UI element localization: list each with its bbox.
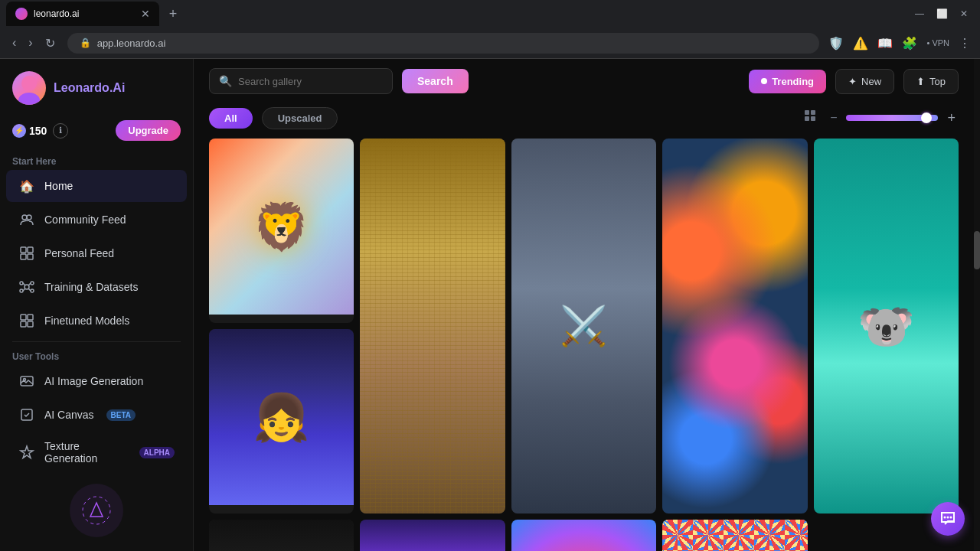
image-card-colorful-girl[interactable]: ⌘ ⋯ bbox=[511, 520, 656, 551]
menu-btn-dark[interactable]: ⋯ bbox=[326, 526, 348, 547]
image-card-pink-girl[interactable]: ⌘ ⊘ ⤢ bbox=[360, 520, 505, 551]
tab-bar: leonardo.ai ✕ + — ⬜ ✕ bbox=[0, 0, 980, 28]
svg-rect-5 bbox=[28, 254, 33, 259]
remix-btn-flowers[interactable]: ⌘ bbox=[756, 145, 777, 166]
edit-btn-pink[interactable]: ⊘ bbox=[453, 526, 475, 547]
zoom-out-btn[interactable]: − bbox=[827, 108, 840, 128]
svg-rect-17 bbox=[21, 321, 26, 327]
svg-rect-24 bbox=[811, 110, 815, 115]
finetuned-icon bbox=[18, 312, 35, 329]
extensions-icon[interactable]: 🧩 bbox=[902, 36, 917, 51]
tab-close-btn[interactable]: ✕ bbox=[141, 8, 150, 20]
back-btn[interactable]: ‹ bbox=[9, 33, 19, 54]
token-count: ⚡ 150 bbox=[12, 124, 47, 138]
svg-point-9 bbox=[20, 289, 23, 292]
sidebar-item-ai-image[interactable]: AI Image Generation bbox=[6, 365, 187, 397]
scrollbar-track[interactable] bbox=[974, 59, 980, 551]
remix-btn-koala[interactable]: ⌘ bbox=[906, 145, 928, 166]
expand-btn[interactable]: ⤢ bbox=[478, 145, 499, 166]
logo-avatar bbox=[12, 71, 46, 105]
token-info-btn[interactable]: ℹ bbox=[53, 123, 68, 139]
card-actions-anime: ⌘ ⊘ ⤢ bbox=[277, 335, 348, 357]
top-button[interactable]: ⬆ Top bbox=[903, 69, 959, 94]
menu-btn-koala[interactable]: ⋯ bbox=[931, 145, 952, 166]
menu-icon[interactable]: ⋮ bbox=[959, 36, 971, 51]
remix-btn-colorful[interactable]: ⌘ bbox=[604, 526, 626, 547]
image-card-dark-warrior[interactable]: ⋯ RRCG人人素材 bbox=[209, 520, 354, 551]
image-card-lion[interactable] bbox=[209, 139, 354, 323]
new-tab-btn[interactable]: + bbox=[162, 3, 184, 24]
new-label: New bbox=[861, 76, 881, 87]
new-icon: ✦ bbox=[848, 76, 857, 87]
card-actions-koala: ⌘ ⋯ bbox=[906, 145, 952, 166]
chat-bubble[interactable] bbox=[931, 502, 965, 536]
tokens-section: ⚡ 150 ℹ Upgrade bbox=[0, 114, 193, 150]
main-content: 🔍 Search Trending ✦ New ⬆ Top All Upscal… bbox=[194, 59, 974, 551]
new-button[interactable]: ✦ New bbox=[835, 69, 894, 94]
sidebar-item-texture[interactable]: Texture Generation ALPHA bbox=[6, 432, 187, 472]
remix-btn[interactable]: ⌘ bbox=[453, 145, 475, 166]
remix-btn-warrior[interactable]: ⌘ bbox=[580, 145, 601, 166]
menu-btn-colorful[interactable]: ⋯ bbox=[629, 526, 650, 547]
svg-rect-4 bbox=[21, 254, 26, 259]
zoom-slider[interactable] bbox=[846, 115, 938, 121]
trending-button[interactable]: Trending bbox=[749, 70, 826, 93]
image-card-flowers[interactable]: ⌘ ⋯ bbox=[662, 139, 807, 514]
svg-point-8 bbox=[31, 282, 34, 285]
refresh-btn[interactable]: ↻ bbox=[42, 33, 58, 54]
search-input[interactable] bbox=[238, 76, 383, 87]
community-feed-label: Community Feed bbox=[44, 214, 126, 226]
remix-btn-anime[interactable]: ⌘ bbox=[277, 335, 299, 357]
image-card-anime-girl[interactable]: ⌘ ⊘ ⤢ bbox=[209, 329, 354, 514]
sidebar-item-community-feed[interactable]: Community Feed bbox=[6, 204, 187, 236]
nav-buttons: ‹ › ↻ bbox=[9, 33, 58, 54]
sidebar-item-training[interactable]: Training & Datasets bbox=[6, 271, 187, 303]
maximize-icon[interactable]: ⬜ bbox=[936, 8, 948, 19]
edit-btn-anime[interactable]: ⊘ bbox=[302, 335, 323, 357]
expand-btn-pink[interactable]: ⤢ bbox=[478, 526, 499, 547]
search-button[interactable]: Search bbox=[402, 69, 469, 93]
image-card-pattern[interactable] bbox=[662, 520, 807, 551]
remix-btn-pink[interactable]: ⌘ bbox=[429, 526, 450, 547]
zoom-in-btn[interactable]: + bbox=[944, 107, 959, 129]
card-actions: ⌘ ⤢ bbox=[453, 145, 499, 166]
edit-btn-warrior[interactable]: ⊘ bbox=[604, 145, 626, 166]
trending-label: Trending bbox=[772, 76, 814, 87]
image-card-koala[interactable]: ⌘ ⋯ bbox=[814, 139, 959, 514]
svg-point-10 bbox=[31, 289, 34, 292]
sidebar-item-finetuned[interactable]: Finetuned Models bbox=[6, 305, 187, 337]
top-label: Top bbox=[929, 76, 946, 87]
training-icon bbox=[18, 279, 35, 295]
close-icon[interactable]: ✕ bbox=[960, 8, 968, 19]
browser-chrome: leonardo.ai ✕ + — ⬜ ✕ ‹ › ↻ 🔒 app.leonar… bbox=[0, 0, 980, 59]
personal-feed-label: Personal Feed bbox=[44, 247, 114, 259]
filter-all[interactable]: All bbox=[209, 108, 253, 129]
beta-badge: BETA bbox=[106, 409, 136, 421]
svg-rect-25 bbox=[805, 116, 809, 121]
filter-upscaled[interactable]: Upscaled bbox=[262, 107, 338, 129]
card-actions-warrior: ⌘ ⊘ ⤢ bbox=[580, 145, 650, 166]
active-tab[interactable]: leonardo.ai ✕ bbox=[6, 2, 159, 26]
scrollbar-thumb bbox=[974, 231, 980, 269]
token-number: 150 bbox=[29, 125, 47, 137]
ai-image-label: AI Image Generation bbox=[44, 375, 143, 387]
sidebar-item-ai-canvas[interactable]: AI Canvas BETA bbox=[6, 399, 187, 431]
minimize-icon[interactable]: — bbox=[915, 8, 924, 19]
address-input[interactable]: 🔒 app.leonardo.ai bbox=[67, 33, 820, 54]
upgrade-button[interactable]: Upgrade bbox=[116, 120, 181, 141]
svg-point-7 bbox=[20, 282, 23, 285]
image-card-egypt[interactable]: ⌘ ⤢ bbox=[360, 139, 505, 514]
menu-btn-flowers[interactable]: ⋯ bbox=[780, 145, 802, 166]
expand-btn-warrior[interactable]: ⤢ bbox=[629, 145, 650, 166]
svg-line-11 bbox=[23, 283, 25, 285]
image-card-warrior[interactable]: ⌘ ⊘ ⤢ bbox=[511, 139, 656, 514]
sidebar-item-personal-feed[interactable]: Personal Feed bbox=[6, 237, 187, 269]
card-actions-colorful: ⌘ ⋯ bbox=[604, 526, 650, 547]
forward-btn[interactable]: › bbox=[25, 33, 35, 54]
sidebar-item-home[interactable]: 🏠 Home bbox=[6, 170, 187, 202]
reader-icon[interactable]: 📖 bbox=[877, 36, 893, 51]
svg-point-1 bbox=[27, 215, 31, 220]
grid-view-btn[interactable] bbox=[801, 106, 821, 129]
expand-btn-anime[interactable]: ⤢ bbox=[326, 335, 348, 357]
logo-name: Leonardo.Ai bbox=[54, 81, 125, 95]
